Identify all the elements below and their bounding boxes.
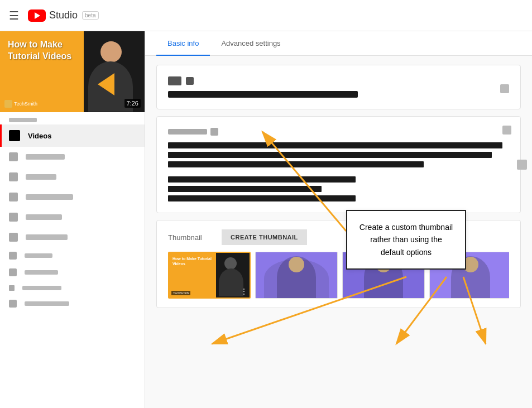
callout-overlay: Create a custom thumbnail rather than us…: [346, 210, 466, 270]
badge-b: [186, 77, 194, 85]
title-redacted: [168, 91, 358, 98]
sidebar-item-5[interactable]: [0, 227, 145, 247]
duration-badge: 7:26: [124, 99, 141, 108]
techsmith-badge: TechSmith: [4, 100, 37, 108]
sidebar-item-1[interactable]: [0, 147, 145, 167]
sidebar-video-thumbnail: How to Make Tutorial Videos 7:26 TechSmi…: [0, 31, 145, 112]
thumbnail-option-1[interactable]: [255, 252, 338, 299]
sidebar-item-8[interactable]: [0, 281, 145, 295]
item6-icon: [9, 252, 17, 260]
thumb-dots-icon[interactable]: ⋮: [241, 287, 247, 295]
header: ☰ Studio beta: [0, 0, 532, 31]
tab-basic-info[interactable]: Basic info: [156, 31, 210, 56]
item1-icon: [9, 152, 18, 161]
side-action-icon: [517, 160, 527, 170]
thumbnail-title-text: How to Make Tutorial Videos: [8, 39, 75, 63]
logo: Studio beta: [28, 9, 99, 22]
sidebar-item-3[interactable]: [0, 187, 145, 207]
arrow-indicator: [98, 73, 114, 95]
sidebar-item-7[interactable]: [0, 264, 145, 281]
thumbnail-section: Thumbnail CREATE THUMBNAIL How to Make T…: [156, 220, 521, 308]
item5-icon: [9, 233, 18, 242]
videos-icon: [9, 130, 20, 141]
beta-badge: beta: [82, 11, 98, 20]
item8-icon: [9, 285, 15, 291]
sidebar-item-9[interactable]: [0, 295, 145, 312]
badge-aa: [168, 76, 181, 85]
thumb-text: How to Make Tutorial Videos: [172, 256, 217, 266]
thumbnail-option-custom[interactable]: How to Make Tutorial Videos TechSmith ⋮: [168, 252, 251, 299]
sidebar: How to Make Tutorial Videos 7:26 TechSmi…: [0, 31, 145, 408]
thumbnail-label: Thumbnail: [168, 233, 213, 242]
videos-label: Videos: [28, 132, 51, 140]
sidebar-item-videos[interactable]: Videos: [0, 124, 145, 147]
sidebar-item-2[interactable]: [0, 167, 145, 187]
sidebar-item-6[interactable]: [0, 247, 145, 264]
item9-icon: [9, 300, 17, 308]
tab-bar: Basic info Advanced settings: [145, 31, 532, 56]
corner-icon: [500, 84, 509, 93]
item2-icon: [9, 172, 18, 181]
tab-advanced[interactable]: Advanced settings: [210, 31, 291, 55]
item4-icon: [9, 213, 18, 222]
card-corner-icon: [502, 126, 511, 135]
hamburger-icon[interactable]: ☰: [9, 9, 19, 22]
create-thumbnail-button[interactable]: CREATE THUMBNAIL: [222, 229, 307, 245]
item7-icon: [9, 268, 17, 276]
item3-icon: [9, 193, 18, 201]
studio-label: Studio: [49, 9, 78, 21]
youtube-icon: [28, 9, 46, 22]
sidebar-item-label-top: [0, 112, 145, 124]
sidebar-item-4[interactable]: [0, 207, 145, 227]
thumb-techsmith: TechSmith: [171, 291, 190, 295]
card-description: [156, 116, 521, 213]
card-title: [156, 65, 521, 109]
main-content: Basic info Advanced settings: [145, 31, 532, 408]
